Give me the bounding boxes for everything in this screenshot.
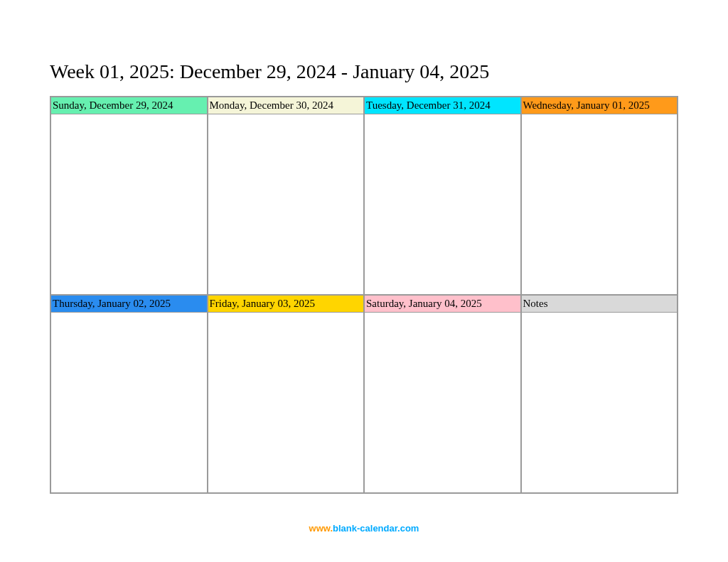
day-body[interactable] — [208, 313, 364, 492]
day-header: Friday, January 03, 2025 — [208, 296, 364, 313]
footer-link[interactable]: www.blank-calendar.com — [0, 523, 728, 534]
day-header: Wednesday, January 01, 2025 — [522, 97, 678, 114]
day-body[interactable] — [365, 313, 520, 492]
day-body[interactable] — [522, 114, 678, 294]
day-header: Tuesday, December 31, 2024 — [365, 97, 520, 114]
day-cell-tuesday: Tuesday, December 31, 2024 — [364, 97, 521, 295]
day-cell-friday: Friday, January 03, 2025 — [208, 295, 365, 493]
footer-text-domain: blank-calendar.com — [333, 523, 419, 534]
day-body[interactable] — [365, 114, 520, 294]
page-title: Week 01, 2025: December 29, 2024 - Janua… — [50, 60, 678, 83]
day-cell-saturday: Saturday, January 04, 2025 — [364, 295, 521, 493]
day-body[interactable] — [51, 114, 207, 294]
notes-body[interactable] — [522, 313, 678, 492]
grid-row-1: Sunday, December 29, 2024 Monday, Decemb… — [50, 97, 678, 295]
notes-cell: Notes — [521, 295, 678, 493]
day-header: Saturday, January 04, 2025 — [365, 296, 520, 313]
day-cell-wednesday: Wednesday, January 01, 2025 — [521, 97, 678, 295]
day-header: Notes — [522, 296, 678, 313]
footer-text-prefix: www. — [309, 523, 333, 534]
calendar-container: Week 01, 2025: December 29, 2024 - Janua… — [0, 0, 728, 494]
day-body[interactable] — [208, 114, 364, 294]
day-header: Monday, December 30, 2024 — [208, 97, 364, 114]
grid-row-2: Thursday, January 02, 2025 Friday, Janua… — [50, 295, 678, 493]
day-header: Sunday, December 29, 2024 — [51, 97, 207, 114]
day-body[interactable] — [51, 313, 207, 492]
day-cell-thursday: Thursday, January 02, 2025 — [50, 295, 208, 493]
day-cell-monday: Monday, December 30, 2024 — [208, 97, 365, 295]
day-header: Thursday, January 02, 2025 — [51, 296, 207, 313]
week-grid: Sunday, December 29, 2024 Monday, Decemb… — [50, 96, 678, 494]
day-cell-sunday: Sunday, December 29, 2024 — [50, 97, 208, 295]
